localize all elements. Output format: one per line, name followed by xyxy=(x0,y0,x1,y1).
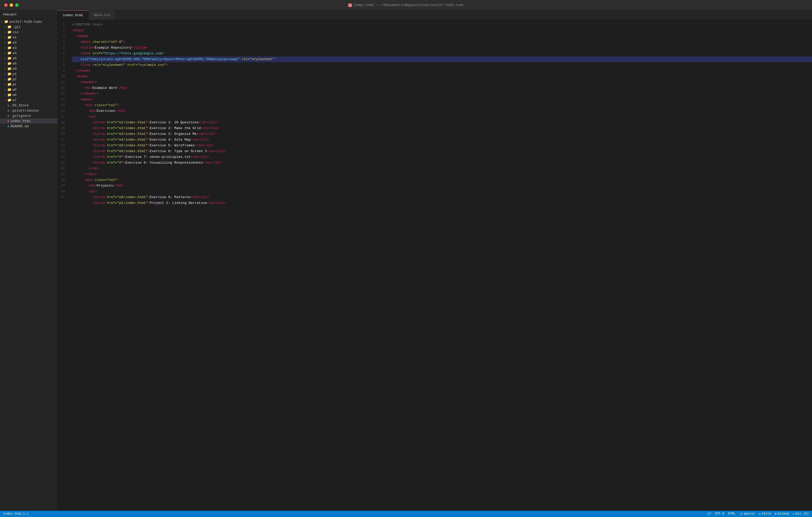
code-line: <link rel="stylesheet" href="css/main.cs… xyxy=(72,62,812,68)
tree-item-label: index.html xyxy=(10,119,31,123)
code-line: </ul> xyxy=(72,166,812,172)
window-title: </> index.html — ~/Documents/Repositorie… xyxy=(348,3,464,7)
html-icon: ◈ xyxy=(7,119,9,123)
tab-label-index-html: index.html xyxy=(63,13,83,17)
code-line: <li><a href="e5/index.html">Exercise 5: … xyxy=(72,143,812,149)
sidebar[interactable]: Project ▾ 📁 avt217-fa20-tues ▸ 📁 .git ▸ … xyxy=(0,10,58,511)
tree-item-gitignore[interactable]: ◈ .gitignore xyxy=(0,113,57,118)
status-github[interactable]: ● GitHub xyxy=(775,512,789,516)
tree-item-e2[interactable]: ▸ 📁 e2 xyxy=(0,40,57,45)
line-number: 29 xyxy=(58,183,67,189)
tree-item-label: w7 xyxy=(12,98,17,102)
tree-item-e9[interactable]: ▸ 📁 e9 xyxy=(0,66,57,71)
chevron-icon: ▸ xyxy=(3,88,7,91)
code-line: <link href="https://fonts.googleapis.com… xyxy=(72,51,812,57)
folder-icon: 📁 xyxy=(7,93,11,97)
code-editor[interactable]: 1234567891011121314151617181920212223242… xyxy=(58,20,812,511)
tree-item-label: .gitignore xyxy=(10,114,31,118)
tab-main-css[interactable]: main.css xyxy=(89,10,116,20)
line-number: 30 xyxy=(58,189,67,194)
chevron-icon: ▸ xyxy=(3,31,7,34)
folder-icon: 📁 xyxy=(7,46,11,50)
line-number: 16 xyxy=(58,108,67,114)
tree-item-w5[interactable]: ▸ 📁 w5 xyxy=(0,87,57,92)
line-number: 18 xyxy=(58,120,67,125)
tree-item-w7[interactable]: ▸ 📁 w7 xyxy=(0,97,57,103)
line-number: 20 xyxy=(58,131,67,137)
tree-item-e4[interactable]: ▸ 📁 e4 xyxy=(0,51,57,56)
line-number: 2 xyxy=(58,28,67,33)
tree-item-git[interactable]: ▸ 📁 .git xyxy=(0,24,57,30)
tree-item-gitattributes[interactable]: ◈ .gitattributes xyxy=(0,108,57,113)
tree-item-label: e5 xyxy=(12,57,17,60)
folder-icon: 📁 xyxy=(7,56,11,60)
line-number: 7 xyxy=(58,57,67,62)
chevron-icon: ▾ xyxy=(0,20,4,23)
code-line: <main> xyxy=(72,97,812,102)
tree-item-label: p2 xyxy=(12,78,17,81)
tree-item-root[interactable]: ▾ 📁 avt217-fa20-tues xyxy=(0,19,57,24)
line-number: 8 xyxy=(58,62,67,68)
status-right: LF UTF-8 HTML ⎇ master ↻ Fetch ● GitHub … xyxy=(707,512,809,516)
status-left: index.html 1:1 xyxy=(3,512,29,516)
line-number: 12 xyxy=(58,85,67,91)
chevron-icon: ▸ xyxy=(3,98,7,102)
tree-item-w6[interactable]: ▸ 📁 w6 xyxy=(0,92,57,97)
tree-item-p2[interactable]: ▸ 📁 p2 xyxy=(0,77,57,82)
tree-item-label: css xyxy=(12,30,19,34)
close-button[interactable] xyxy=(4,3,7,7)
window-controls[interactable] xyxy=(4,3,19,7)
tree-item-css[interactable]: ▸ 📁 css xyxy=(0,30,57,35)
tree-item-e3[interactable]: ▸ 📁 e3 xyxy=(0,45,57,51)
file-icon: </> xyxy=(348,3,352,7)
tree-item-e6[interactable]: ▸ 📁 e6 xyxy=(0,61,57,66)
maximize-button[interactable] xyxy=(15,3,19,7)
code-line: <h2>Exercises</h2> xyxy=(72,108,812,114)
tree-item-label: w5 xyxy=(12,88,17,92)
minimize-button[interactable] xyxy=(10,3,13,7)
tree-item-e5[interactable]: ▸ 📁 e5 xyxy=(0,56,57,61)
code-line: <ul> xyxy=(72,114,812,120)
folder-icon: 📁 xyxy=(7,40,11,45)
tree-item-pt[interactable]: ▸ 📁 pt xyxy=(0,82,57,87)
tree-item-ds_store[interactable]: ◈ .DS_Store xyxy=(0,103,57,108)
code-line: <div class="col"> xyxy=(72,177,812,183)
tree-item-label: .DS_Store xyxy=(10,103,29,108)
chevron-icon: ▸ xyxy=(3,41,7,44)
tabs-bar[interactable]: index.html main.css xyxy=(58,10,812,20)
tab-index-html[interactable]: index.html xyxy=(58,10,89,20)
status-git[interactable]: ◇ Git (0) xyxy=(793,512,809,516)
status-fetch[interactable]: ↻ Fetch xyxy=(759,512,771,516)
code-line: <li><a href="e1/index.html">Exercise 1: … xyxy=(72,120,812,125)
tree-item-label: README.md xyxy=(10,124,29,128)
chevron-icon: ▸ xyxy=(3,46,7,50)
status-language: HTML xyxy=(728,512,735,516)
folder-icon: 📁 xyxy=(7,72,11,76)
line-number: 5 xyxy=(58,45,67,51)
tree-item-index_html[interactable]: ◈ index.html xyxy=(0,118,57,124)
tree-item-label: pt xyxy=(12,83,17,87)
md-icon: ◈ xyxy=(7,124,9,128)
file-icon: ◈ xyxy=(7,114,9,118)
tree-item-label: e1 xyxy=(12,35,17,39)
code-line: <h1>Example Work</h1> xyxy=(72,85,812,91)
folder-icon: 📁 xyxy=(7,77,11,81)
file-tree[interactable]: ▾ 📁 avt217-fa20-tues ▸ 📁 .git ▸ 📁 css ▸ … xyxy=(0,19,57,129)
tree-item-e1[interactable]: ▸ 📁 e1 xyxy=(0,35,57,40)
code-content[interactable]: <!DOCTYPE html><html> <head> <meta chars… xyxy=(70,20,812,511)
code-line: <title>Example Repository</title> xyxy=(72,45,812,51)
sync-icon: ↻ xyxy=(759,512,761,516)
code-line: </div> xyxy=(72,172,812,177)
folder-icon: 📁 xyxy=(4,20,8,24)
code-line: <li><a href="e2/index.html">Exercise 2: … xyxy=(72,125,812,131)
code-line: <li><a href="e4/index.html">Exercise 4: … xyxy=(72,137,812,143)
status-branch[interactable]: ⎇ master xyxy=(739,512,755,516)
tree-item-label: e9 xyxy=(12,67,17,71)
sidebar-header: Project xyxy=(0,10,57,19)
tree-item-readme[interactable]: ◈ README.md xyxy=(0,124,57,129)
tree-item-p1[interactable]: ▸ 📁 p1 xyxy=(0,71,57,77)
line-number: 9 xyxy=(58,68,67,74)
code-line: <li><a href="#">Exercise 7: seven-princi… xyxy=(72,154,812,160)
status-encoding: UTF-8 xyxy=(715,512,724,516)
folder-icon: 📁 xyxy=(7,88,11,92)
